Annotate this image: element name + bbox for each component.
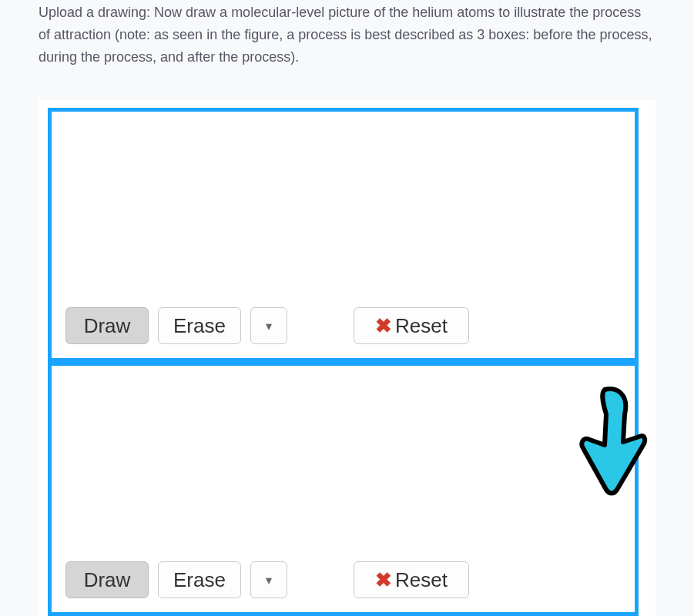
reset-button[interactable]: ✖ Reset <box>354 561 469 598</box>
reset-label: Reset <box>395 314 448 338</box>
close-x-icon: ✖ <box>375 316 392 336</box>
reset-button[interactable]: ✖ Reset <box>354 307 469 344</box>
draw-panel-2[interactable]: Draw Erase ▾ ✖ Reset <box>48 362 639 616</box>
erase-dropdown-button[interactable]: ▾ <box>250 307 287 344</box>
toolbar-1: Draw Erase ▾ ✖ Reset <box>65 307 469 344</box>
instruction-text: Upload a drawing: Now draw a molecular-l… <box>39 0 655 68</box>
canvas-area: Draw Erase ▾ ✖ Reset Draw Erase ▾ <box>39 100 655 616</box>
draw-button[interactable]: Draw <box>65 307 149 344</box>
erase-dropdown-button[interactable]: ▾ <box>250 561 287 598</box>
erase-button[interactable]: Erase <box>158 307 241 344</box>
down-arrow-icon <box>578 383 648 499</box>
erase-button[interactable]: Erase <box>158 561 241 598</box>
reset-label: Reset <box>395 568 448 592</box>
close-x-icon: ✖ <box>375 570 392 590</box>
toolbar-2: Draw Erase ▾ ✖ Reset <box>65 561 469 598</box>
chevron-down-icon: ▾ <box>266 573 272 588</box>
draw-button[interactable]: Draw <box>65 561 149 598</box>
draw-panel-1[interactable]: Draw Erase ▾ ✖ Reset <box>48 108 639 362</box>
chevron-down-icon: ▾ <box>266 319 272 333</box>
